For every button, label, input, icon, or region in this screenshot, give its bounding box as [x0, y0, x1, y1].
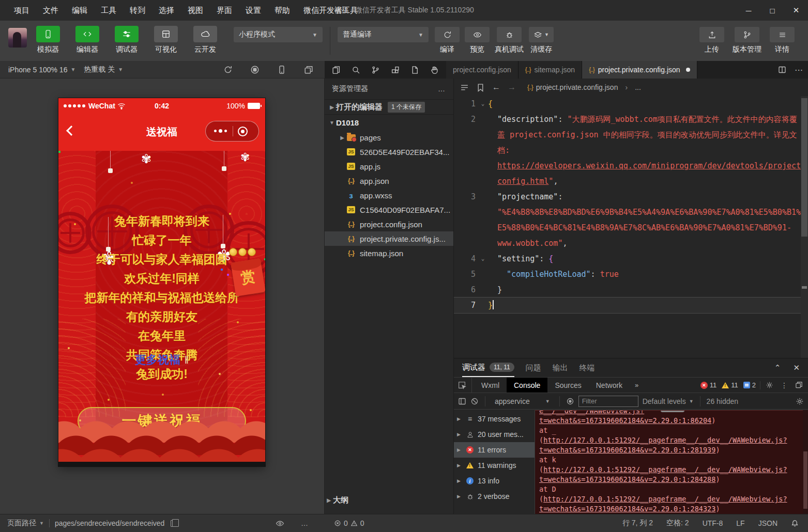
more-actions-icon[interactable]: ⋯: [795, 65, 803, 75]
compile-mode-select[interactable]: 普通编译▼: [338, 27, 429, 42]
copy-path-icon[interactable]: [171, 520, 176, 527]
file-app.json[interactable]: {..}app.json: [325, 174, 453, 188]
stack-trace-line[interactable]: at _ (http://127.0.0.1:51292/__pageframe…: [539, 426, 806, 455]
tab-project.config.json[interactable]: project.config.json: [446, 61, 519, 79]
devtools-tab-Network[interactable]: Network: [589, 378, 630, 393]
stack-link[interactable]: http://127.0.0.1:51292/__pageframe__/__d…: [539, 465, 787, 483]
open-editors-section[interactable]: ▶打开的编辑器 1 个未保存: [325, 99, 453, 115]
back-arrow-icon[interactable]: ←: [492, 83, 500, 92]
inspect-element-icon[interactable]: [454, 381, 469, 389]
devtools-menu-icon[interactable]: ⋮: [781, 381, 788, 389]
debugger-tab-终端[interactable]: 终端: [580, 358, 595, 377]
warning-count[interactable]: 11: [722, 381, 738, 389]
outline-list-icon[interactable]: [460, 83, 469, 92]
editor-scrollbar[interactable]: [801, 96, 808, 358]
action-版本管理[interactable]: 版本管理: [733, 27, 761, 54]
minimize-button[interactable]: ─: [737, 0, 760, 21]
log-levels-select[interactable]: Default levels▼: [643, 397, 694, 405]
file-526D5E449F02EBAF34...[interactable]: JS526D5E449F02EBAF34...: [325, 145, 453, 159]
stack-link[interactable]: e__/__dev__/WAWebview.js?t=wechat&s=1673…: [539, 410, 711, 425]
exit-icon[interactable]: [238, 127, 248, 136]
file-app.js[interactable]: JSapp.js: [325, 159, 453, 174]
menu-选择[interactable]: 选择: [154, 4, 179, 18]
mode-select[interactable]: 小程序模式▼: [234, 27, 323, 42]
action-详情[interactable]: 详情: [770, 27, 795, 54]
close-button[interactable]: ✕: [784, 0, 808, 21]
menu-设置[interactable]: 设置: [241, 4, 266, 18]
menu-项目[interactable]: 项目: [9, 4, 34, 18]
file-pages[interactable]: ▶pages: [325, 130, 453, 145]
phone-screen[interactable]: ✾ ✾ ✾ ✾ 兔年新春即将到来忙碌了一年终于可以与家人幸福团圆欢乐过年!同样把…: [58, 98, 265, 466]
fold-icon[interactable]: ⌄: [478, 251, 488, 267]
more-menu-icon[interactable]: [214, 130, 227, 133]
file-project.private.config.js...[interactable]: {..}project.private.config.js...: [325, 231, 453, 246]
problems-summary[interactable]: 0 0: [325, 519, 364, 527]
file-sitemap.json[interactable]: {..}sitemap.json: [325, 246, 453, 260]
console-filter-11 warnings[interactable]: ▶11 warnings: [454, 458, 535, 473]
tab-sitemap.json[interactable]: {..}sitemap.json: [519, 61, 582, 79]
forward-arrow-icon[interactable]: →: [508, 83, 516, 92]
avatar[interactable]: [8, 28, 27, 48]
page-path-select[interactable]: 页面路径▼: [7, 519, 44, 528]
outline-section[interactable]: ▶大纲: [325, 493, 453, 507]
file-icon[interactable]: [410, 66, 419, 74]
action-清缓存[interactable]: ▼清缓存: [529, 27, 554, 54]
statusbar-more-icon[interactable]: …: [301, 519, 309, 527]
back-icon[interactable]: [66, 126, 77, 136]
split-editor-icon[interactable]: [778, 66, 786, 74]
breadcrumb-file[interactable]: project.private.config.json: [536, 83, 618, 91]
message-count[interactable]: 2: [743, 381, 756, 389]
more-blessings-link[interactable]: 更多祝福: [135, 353, 180, 366]
code-lines[interactable]: 1⌄{2"description": "大鹏源码网_wobbt.com项目私有配…: [454, 96, 801, 358]
preview-eye-icon[interactable]: [276, 519, 284, 528]
menu-文件[interactable]: 文件: [38, 4, 63, 18]
menu-转到[interactable]: 转到: [125, 4, 150, 18]
nav-调试器[interactable]: 调试器: [112, 26, 142, 54]
nav-云开发[interactable]: 云开发: [190, 26, 220, 54]
hand-icon[interactable]: [430, 66, 439, 74]
debugger-tab-输出[interactable]: 输出: [553, 358, 568, 377]
eye-watch-icon[interactable]: [566, 397, 574, 405]
menu-工具[interactable]: 工具: [96, 4, 121, 18]
fold-icon[interactable]: ⌄: [478, 96, 488, 112]
restart-icon[interactable]: [223, 65, 233, 74]
git-branch-icon[interactable]: [371, 66, 380, 74]
console-sidebar-icon[interactable]: [458, 397, 466, 405]
stack-trace-line[interactable]: at k (http://127.0.0.1:51292/__pageframe…: [539, 455, 806, 484]
code-editor[interactable]: ← → {..}project.private.config.json › ..…: [454, 79, 808, 358]
extensions-icon[interactable]: [391, 66, 400, 74]
collapse-panel-icon[interactable]: ⌃: [774, 363, 781, 372]
menu-编辑[interactable]: 编辑: [67, 4, 92, 18]
action-真机调试[interactable]: 真机调试: [495, 27, 524, 54]
console-scrollbar[interactable]: [803, 410, 808, 514]
nav-可视化[interactable]: 可视化: [151, 26, 181, 54]
error-count[interactable]: ✕11: [700, 381, 717, 389]
action-编译[interactable]: 编译: [435, 27, 460, 54]
more-tabs-icon[interactable]: »: [630, 381, 644, 389]
devtools-tab-Console[interactable]: Console: [507, 378, 547, 393]
files-icon[interactable]: [332, 66, 341, 74]
console-output[interactable]: e__/__dev__/WAWebview.js?t=wechat&s=1673…: [535, 410, 808, 514]
stack-link[interactable]: http://127.0.0.1:51292/__pageframe__/__d…: [539, 436, 787, 454]
search-icon[interactable]: [352, 66, 360, 74]
device-frame-icon[interactable]: [277, 65, 286, 74]
nav-编辑器[interactable]: 编辑器: [72, 26, 102, 54]
clear-console-icon[interactable]: [470, 397, 479, 405]
project-root[interactable]: ▼D1018: [325, 115, 453, 130]
console-filter-13 info[interactable]: ▶i13 info: [454, 473, 535, 489]
devtools-tab-Sources[interactable]: Sources: [547, 378, 588, 393]
stack-trace-line[interactable]: at D (http://127.0.0.1:51292/__pageframe…: [539, 484, 806, 514]
capsule-menu[interactable]: [205, 121, 259, 142]
devtools-dock-icon[interactable]: [795, 381, 803, 389]
explorer-more-icon[interactable]: …: [438, 85, 446, 93]
console-filter-20 user mes...[interactable]: ▶20 user mes...: [454, 427, 535, 442]
console-filter-37 messages[interactable]: ▶≡37 messages: [454, 411, 535, 427]
debugger-tab-问题[interactable]: 问题: [526, 358, 541, 377]
hot-reload-toggle[interactable]: 热重载 关▼: [84, 65, 123, 74]
context-select[interactable]: appservice▼: [492, 397, 553, 405]
console-filter-2 verbose[interactable]: ▶2 verbose: [454, 489, 535, 504]
stack-trace-line[interactable]: e__/__dev__/WAWebview.js?t=wechat&s=1673…: [539, 410, 806, 426]
action-上传[interactable]: 上传: [699, 27, 724, 54]
file-C15640D09F02EBAFA7...[interactable]: JSC15640D09F02EBAFA7...: [325, 202, 453, 217]
detach-window-icon[interactable]: [304, 65, 313, 74]
